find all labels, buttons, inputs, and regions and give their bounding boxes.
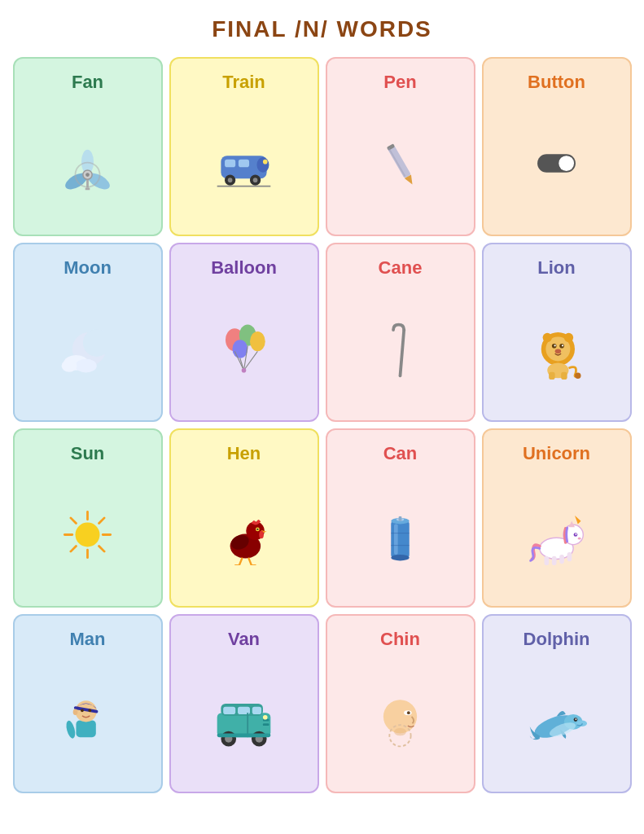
- svg-point-86: [578, 537, 581, 539]
- svg-point-29: [62, 359, 77, 371]
- label-balloon: Balloon: [211, 257, 277, 279]
- page-title: FINAL /N/ WORDS: [212, 16, 432, 42]
- label-sun: Sun: [71, 443, 105, 464]
- svg-point-28: [76, 358, 97, 372]
- svg-marker-83: [575, 516, 581, 524]
- image-chin: [334, 658, 467, 782]
- svg-point-48: [555, 349, 562, 353]
- svg-rect-12: [239, 159, 249, 166]
- label-fan: Fan: [72, 72, 103, 93]
- svg-rect-92: [76, 720, 95, 737]
- svg-point-43: [564, 332, 573, 341]
- image-fan: [21, 101, 155, 225]
- svg-rect-91: [567, 552, 572, 561]
- image-can: [334, 472, 467, 596]
- label-van: Van: [228, 629, 260, 650]
- image-dolphin: [490, 658, 624, 782]
- card-moon: Moon: [13, 243, 163, 422]
- card-fan: Fan: [13, 57, 163, 236]
- svg-point-116: [394, 727, 406, 735]
- svg-point-14: [228, 178, 233, 182]
- image-lion: [490, 287, 624, 410]
- svg-point-33: [232, 340, 248, 358]
- label-unicorn: Unicorn: [523, 443, 590, 464]
- card-balloon: Balloon: [169, 243, 319, 422]
- label-cane: Cane: [379, 257, 423, 279]
- card-hen: Hen: [169, 428, 319, 608]
- svg-point-38: [242, 367, 247, 372]
- svg-point-10: [256, 157, 269, 173]
- card-train: Train: [169, 57, 319, 236]
- svg-line-69: [248, 557, 252, 564]
- card-sun: Sun: [13, 428, 163, 608]
- svg-point-24: [559, 156, 574, 171]
- card-button: Button: [482, 57, 632, 236]
- image-button: [490, 101, 624, 225]
- svg-line-58: [71, 517, 77, 523]
- svg-point-32: [250, 331, 265, 350]
- svg-point-26: [83, 329, 111, 357]
- card-unicorn: Unicorn: [482, 428, 632, 608]
- svg-point-85: [575, 533, 576, 535]
- svg-rect-76: [394, 524, 398, 555]
- label-train: Train: [222, 72, 265, 93]
- card-van: Van: [169, 614, 319, 793]
- svg-point-66: [256, 528, 258, 529]
- label-pen: Pen: [383, 72, 416, 93]
- label-hen: Hen: [227, 443, 261, 464]
- svg-rect-88: [545, 555, 550, 564]
- svg-rect-89: [552, 555, 557, 564]
- svg-point-50: [575, 372, 581, 379]
- image-hen: [177, 472, 311, 596]
- svg-point-107: [263, 714, 268, 719]
- svg-line-59: [99, 546, 105, 551]
- label-dolphin: Dolphin: [524, 629, 590, 650]
- svg-marker-87: [569, 520, 576, 527]
- card-cane: Cane: [326, 243, 475, 422]
- image-balloon: [177, 287, 311, 410]
- label-moon: Moon: [64, 257, 112, 279]
- label-chin: Chin: [380, 629, 420, 650]
- svg-rect-90: [559, 554, 564, 563]
- svg-rect-103: [252, 706, 261, 713]
- svg-point-75: [391, 554, 410, 560]
- image-sun: [21, 472, 155, 596]
- svg-point-42: [543, 332, 552, 341]
- image-man: [21, 658, 155, 782]
- svg-point-47: [562, 345, 563, 346]
- label-man: Man: [70, 629, 106, 650]
- image-train: [177, 101, 311, 225]
- svg-rect-101: [223, 706, 235, 713]
- svg-rect-73: [391, 520, 410, 557]
- image-pen: [334, 101, 467, 225]
- svg-rect-2: [85, 187, 90, 190]
- svg-rect-19: [388, 144, 411, 178]
- svg-point-122: [575, 718, 576, 720]
- svg-point-46: [554, 345, 556, 346]
- svg-rect-51: [549, 371, 555, 379]
- svg-point-98: [64, 719, 77, 739]
- card-lion: Lion: [482, 243, 632, 422]
- label-button: Button: [528, 72, 585, 93]
- svg-point-16: [253, 178, 258, 182]
- svg-point-17: [263, 159, 268, 164]
- svg-line-61: [71, 546, 77, 551]
- image-cane: [334, 287, 467, 410]
- card-chin: Chin: [326, 614, 475, 793]
- image-van: [177, 658, 311, 782]
- svg-rect-52: [561, 371, 567, 379]
- svg-point-7: [85, 173, 90, 177]
- card-man: Man: [13, 614, 163, 793]
- svg-rect-112: [217, 733, 271, 737]
- svg-rect-106: [263, 723, 269, 726]
- svg-line-60: [99, 517, 105, 523]
- svg-rect-80: [399, 516, 402, 521]
- svg-point-72: [259, 530, 264, 538]
- svg-point-115: [407, 711, 410, 714]
- svg-line-68: [239, 557, 243, 564]
- svg-point-96: [88, 709, 91, 712]
- svg-point-95: [81, 709, 84, 712]
- label-lion: Lion: [537, 257, 575, 279]
- image-unicorn: [490, 472, 624, 596]
- svg-point-97: [73, 709, 78, 715]
